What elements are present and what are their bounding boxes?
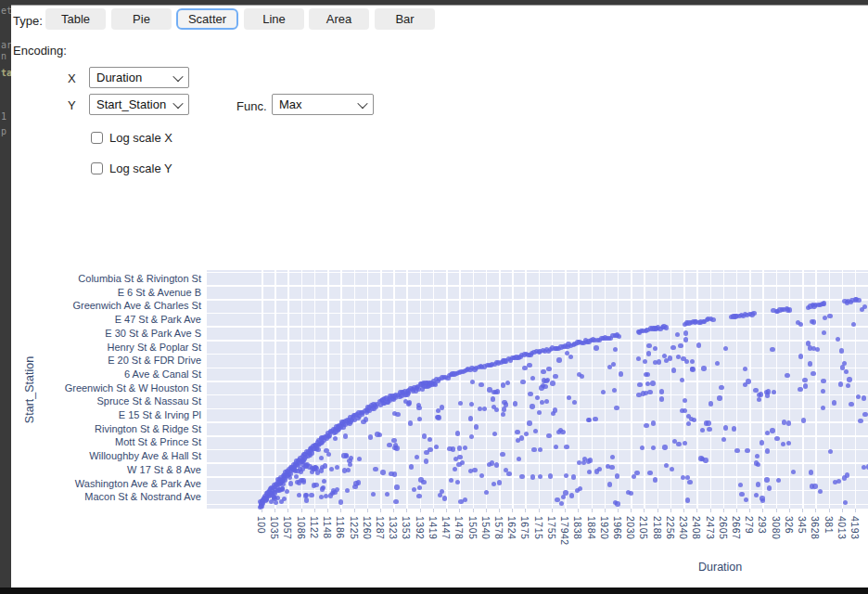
x-axis-tick-label: 1287 [375,516,386,539]
scatter-point [294,474,299,479]
x-axis-tick-label: 293 [757,516,768,534]
scatter-point [320,486,325,491]
scatter-point [791,470,796,474]
scatter-point [806,341,811,345]
scatter-point [506,471,511,476]
scatter-point [685,497,690,502]
type-button-table[interactable]: Table [45,8,106,30]
x-axis-tick-label: 381 [823,516,835,534]
x-axis-tick [473,509,474,512]
scatter-point [690,359,695,364]
log-scale-x-checkbox[interactable] [91,132,103,144]
scatter-point [394,484,399,489]
scatter-point [786,420,791,425]
x-axis-tick [327,509,328,512]
y-axis-title: Start_Station [23,356,36,423]
gridline-vertical [683,270,685,509]
log-scale-x-label: Log scale X [109,131,172,145]
log-scale-y-checkbox[interactable] [91,162,103,174]
scatter-point [757,397,761,402]
scatter-point [821,406,825,410]
scatter-point [659,389,664,394]
x-axis-tick [301,509,302,512]
y-axis-tick-label: Macon St & Nostrand Ave [8,491,201,502]
gridline-vertical [327,270,329,509]
scatter-point [822,330,826,335]
type-button-bar[interactable]: Bar [375,8,435,30]
type-button-line[interactable]: Line [244,8,304,30]
scatter-point [479,382,483,387]
x-axis-tick-label: 17942 [559,516,570,546]
scatter-point [617,334,621,339]
scatter-point [501,412,505,417]
scatter-point [601,390,606,394]
x-axis-tick-label: 3080 [771,516,782,539]
gridline-vertical [512,270,514,509]
scatter-point [607,482,612,486]
gridline-horizontal [207,421,868,423]
encoding-label: Encoding: [13,44,67,58]
scatter-point [681,356,685,361]
scatter-point [676,442,681,446]
scatter-point [664,463,669,468]
type-button-pie[interactable]: Pie [111,8,172,30]
scatter-point [569,493,574,497]
scatter-point [765,448,770,453]
scatter-point [519,435,524,440]
scatter-point [528,392,532,396]
chevron-down-icon [172,71,183,81]
gridline-vertical [367,270,369,509]
x-axis-tick [855,509,856,512]
x-axis-tick [314,509,315,512]
scatter-point [629,491,633,496]
scatter-point [491,482,496,486]
scatter-point [703,458,708,462]
gridline-vertical [749,270,751,509]
scatter-point [322,479,326,484]
scatter-point [755,454,760,458]
scatter-point [537,410,542,415]
gridline-horizontal [207,313,868,315]
gridline-vertical [459,270,461,509]
scatter-point [387,443,391,447]
y-field-select[interactable]: Start_Station [89,94,189,115]
y-axis-tick-label: E 15 St & Irving Pl [8,409,201,420]
x-field-select[interactable]: Duration [89,67,189,88]
scatter-point [345,488,350,493]
scatter-point [416,406,421,410]
gridline-vertical [842,270,844,509]
scatter-point [650,381,655,385]
scatter-point [659,396,664,401]
scatter-point [846,383,850,388]
scatter-point [651,420,656,425]
scatter-point [781,442,785,446]
gridline-vertical [433,270,435,509]
scatter-point [651,446,656,450]
x-axis-tick-label: 2105 [638,516,649,539]
scatter-point [527,363,531,368]
scatter-point [422,433,427,438]
scatter-point [862,412,867,417]
gridline-vertical [776,270,778,509]
scatter-point [776,478,781,483]
app-window: etarnta1p Type: Table Pie Scatter Line A… [0,0,868,594]
type-button-scatter[interactable]: Scatter [176,8,238,30]
scatter-point [543,379,548,383]
scatter-point [717,395,721,400]
scatter-point [670,345,675,350]
top-divider-line [0,5,868,6]
scatter-point [822,301,826,305]
gridline-horizontal [207,408,868,410]
type-button-area[interactable]: Area [309,8,369,30]
scatter-point [310,466,314,471]
x-axis-tick [393,509,394,512]
func-select[interactable]: Max [272,94,374,115]
x-axis-title: Duration [698,561,742,574]
scatter-point [615,501,619,506]
x-axis-tick [644,509,645,512]
x-axis-tick [406,509,407,512]
gridline-vertical [552,270,554,509]
scatter-point [637,382,642,387]
scatter-point [715,361,720,366]
x-axis-tick [262,509,262,512]
